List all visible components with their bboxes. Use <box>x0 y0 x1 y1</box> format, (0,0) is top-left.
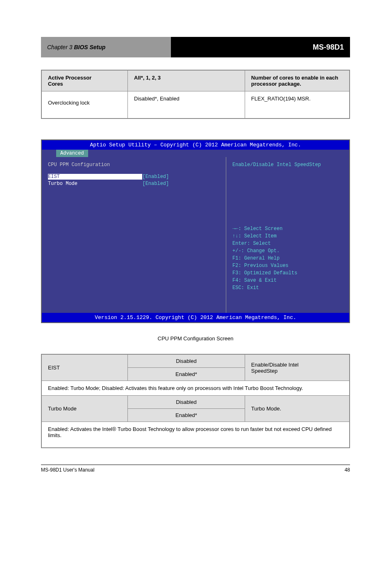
page-header: Chapter 3 BIOS Setup MS-98D1 <box>41 37 350 57</box>
page-footer: MS-98D1 User's Manual 48 <box>41 465 350 473</box>
bios-left-panel: CPU PPM Configuration EIST [Enabled] Tur… <box>42 157 226 313</box>
footer-right: 48 <box>345 467 350 473</box>
bios-key-6: F3: Optimized Defaults <box>232 269 343 277</box>
t2-turbo-help: Turbo Mode. <box>245 396 350 422</box>
t2-eist-opt2: Enabled* <box>128 368 245 381</box>
bios-option-eist-value: [Enabled] <box>142 174 169 180</box>
settings-table-2: EIST Disabled Enable/Disable Intel Speed… <box>41 354 350 448</box>
bios-title: Aptio Setup Utility – Copyright (C) 2012… <box>42 140 349 150</box>
bios-caption: CPU PPM Configuration Screen <box>41 335 350 342</box>
chapter-prefix: Chapter 3 <box>47 44 72 50</box>
t2-name-turbo: Turbo Mode <box>41 396 128 422</box>
bios-option-eist-name: EIST <box>48 174 142 180</box>
t2-eist-opt1: Disabled <box>128 354 245 368</box>
bios-key-0: →←: Select Screen <box>232 225 343 232</box>
bios-key-4: F1: General Help <box>232 255 343 262</box>
bios-key-1: ↑↓: Select Item <box>232 232 343 240</box>
t2-turbo-description: Enabled: Activates the Intel® Turbo Boos… <box>41 422 350 448</box>
t2-eist-description: Enabled: Turbo Mode; Disabled: Activates… <box>41 381 350 396</box>
bios-keys: →←: Select Screen ↑↓: Select Item Enter:… <box>232 225 343 292</box>
bios-key-8: ESC: Exit <box>232 284 343 292</box>
settings-table-1: Active Processor Cores All*, 1, 2, 3 Num… <box>41 70 350 119</box>
t1-name-active-cores: Active Processor Cores <box>41 70 128 91</box>
t1-name-overclocking: Overclocking lock <box>41 91 128 119</box>
t1-help-overclocking: FLEX_RATIO(194) MSR. <box>245 91 350 119</box>
bios-config-title: CPU PPM Configuration <box>48 162 220 168</box>
t2-turbo-opt2: Enabled* <box>128 409 245 422</box>
t1-help-active-cores: Number of cores to enable in each proces… <box>245 70 350 91</box>
t2-name-eist: EIST <box>41 354 128 381</box>
header-product: MS-98D1 <box>171 37 350 57</box>
bios-right-panel: Enable/Disable Intel SpeedStep →←: Selec… <box>226 157 349 313</box>
bios-option-turbo-value: [Enabled] <box>142 181 169 187</box>
t2-eist-help: Enable/Disable Intel SpeedStep <box>245 354 350 381</box>
bios-key-7: F4: Save & Exit <box>232 277 343 284</box>
bios-option-turbo[interactable]: Turbo Mode [Enabled] <box>48 181 220 187</box>
bios-key-2: Enter: Select <box>232 240 343 247</box>
bios-help-text: Enable/Disable Intel SpeedStep <box>232 162 343 168</box>
bios-key-5: F2: Previous Values <box>232 262 343 269</box>
chapter-title: BIOS Setup <box>74 44 105 50</box>
bios-key-3: +/-: Change Opt. <box>232 247 343 255</box>
bios-tab-advanced[interactable]: Advanced <box>56 150 88 157</box>
bios-tabs: Advanced <box>42 150 349 157</box>
bios-footer: Version 2.15.1229. Copyright (C) 2012 Am… <box>42 313 349 322</box>
t1-options-active-cores: All*, 1, 2, 3 <box>128 70 245 91</box>
bios-option-eist[interactable]: EIST [Enabled] <box>48 174 220 180</box>
bios-screenshot: Aptio Setup Utility – Copyright (C) 2012… <box>41 139 350 323</box>
t2-turbo-opt1: Disabled <box>128 396 245 409</box>
bios-option-turbo-name: Turbo Mode <box>48 181 142 187</box>
footer-left: MS-98D1 User's Manual <box>41 467 94 473</box>
header-chapter: Chapter 3 BIOS Setup <box>41 37 171 57</box>
t1-options-overclocking: Disabled*, Enabled <box>128 91 245 119</box>
